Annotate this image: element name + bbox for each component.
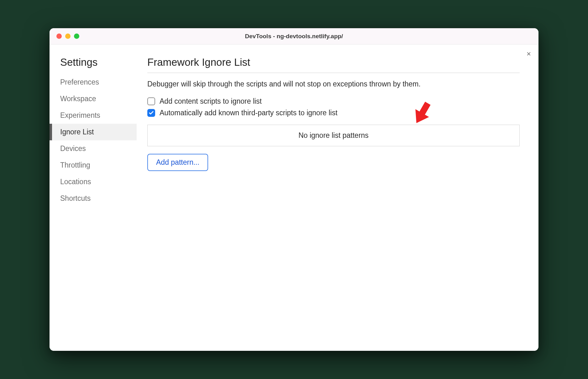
panel-title: Framework Ignore List [147, 56, 520, 73]
sidebar-item-experiments[interactable]: Experiments [50, 107, 137, 124]
sidebar-item-workspace[interactable]: Workspace [50, 91, 137, 107]
sidebar-item-label: Devices [60, 144, 86, 153]
main-panel: Framework Ignore List Debugger will skip… [137, 44, 538, 351]
sidebar-item-label: Workspace [60, 95, 96, 103]
sidebar-item-label: Throttling [60, 161, 90, 169]
close-icon[interactable]: × [527, 50, 531, 58]
sidebar-title: Settings [50, 51, 137, 74]
window-title: DevTools - ng-devtools.netlify.app/ [245, 33, 343, 40]
sidebar-item-label: Ignore List [60, 128, 94, 136]
sidebar-item-throttling[interactable]: Throttling [50, 157, 137, 174]
sidebar-item-label: Experiments [60, 111, 100, 119]
checkmark-icon [149, 110, 154, 116]
sidebar-item-ignore-list[interactable]: Ignore List [50, 124, 137, 140]
devtools-window: DevTools - ng-devtools.netlify.app/ × Se… [50, 28, 538, 351]
checkbox[interactable] [147, 97, 155, 105]
checkbox-label[interactable]: Add content scripts to ignore list [160, 97, 262, 106]
titlebar: DevTools - ng-devtools.netlify.app/ [50, 28, 538, 44]
checkbox-row: Add content scripts to ignore list [147, 97, 520, 106]
sidebar-item-label: Locations [60, 178, 91, 186]
sidebar-item-preferences[interactable]: Preferences [50, 74, 137, 91]
checkbox-label[interactable]: Automatically add known third-party scri… [160, 109, 338, 117]
add-pattern-button[interactable]: Add pattern... [147, 154, 208, 171]
maximize-window-button[interactable] [74, 34, 79, 39]
checkbox[interactable] [147, 109, 155, 117]
checkbox-row: Automatically add known third-party scri… [147, 109, 520, 117]
sidebar-item-locations[interactable]: Locations [50, 174, 137, 190]
settings-sidebar: Settings PreferencesWorkspaceExperiments… [50, 44, 137, 351]
panel-description: Debugger will skip through the scripts a… [147, 80, 520, 88]
sidebar-item-label: Preferences [60, 78, 99, 86]
traffic-lights [56, 34, 79, 39]
ignore-list-patterns-box: No ignore list patterns [147, 125, 520, 146]
minimize-window-button[interactable] [65, 34, 71, 39]
sidebar-item-label: Shortcuts [60, 194, 91, 202]
sidebar-item-devices[interactable]: Devices [50, 140, 137, 157]
content-area: × Settings PreferencesWorkspaceExperimen… [50, 44, 538, 351]
close-window-button[interactable] [56, 34, 62, 39]
sidebar-item-shortcuts[interactable]: Shortcuts [50, 190, 137, 207]
